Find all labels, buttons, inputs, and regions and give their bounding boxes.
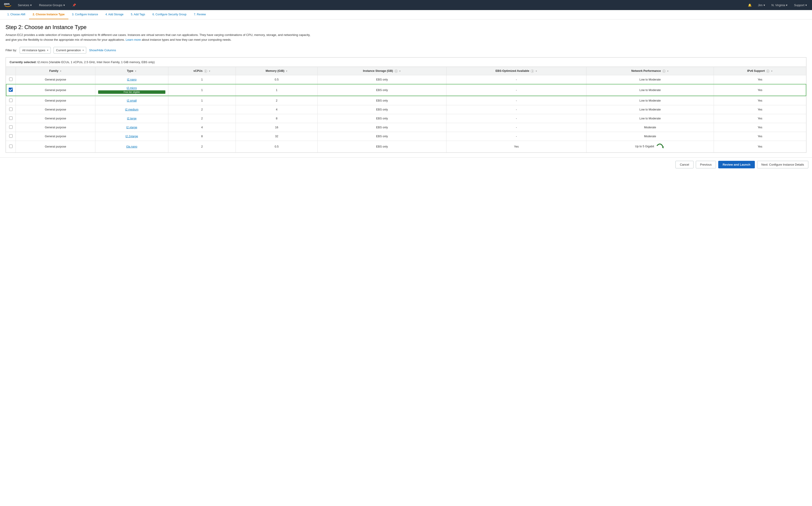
family-cell: General purpose — [16, 96, 95, 105]
info-icon[interactable]: i — [394, 70, 398, 73]
nav-right-area: 🔔 Jim ▾ N. Virginia ▾ Support ▾ — [746, 1, 809, 10]
vcpus-cell: 1 — [168, 75, 236, 84]
row-checkbox[interactable] — [9, 107, 13, 111]
vcpus-column-header: vCPUs i ▼ — [168, 67, 236, 75]
support-menu[interactable]: Support ▾ — [793, 1, 808, 10]
instance-type-link[interactable]: t3a.nano — [126, 145, 138, 148]
main-content: Step 2: Choose an Instance Type Amazon E… — [0, 19, 812, 157]
instance-types-dropdown[interactable]: All instance types ▾ — [20, 47, 51, 54]
table-row[interactable]: General purposet2.large28EBS only-Low to… — [6, 114, 806, 123]
instance-type-link[interactable]: t2.large — [127, 117, 137, 120]
info-icon[interactable]: i — [766, 70, 770, 73]
instance-storage-column-header: Instance Storage (GB) i ▼ — [318, 67, 446, 75]
selected-bar: Currently selected: t2.micro (Variable E… — [6, 58, 806, 67]
learn-more-link[interactable]: Learn more — [125, 38, 141, 41]
family-cell: General purpose — [16, 123, 95, 132]
next-configure-instance-button[interactable]: Next: Configure Instance Details — [757, 161, 808, 168]
ipv6-support-cell: Yes — [714, 132, 806, 141]
svg-text:aws: aws — [4, 2, 10, 5]
row-checkbox[interactable] — [9, 125, 13, 129]
instance-storage-cell: EBS only — [318, 141, 446, 152]
ipv6-support-cell: Yes — [714, 84, 806, 96]
family-cell: General purpose — [16, 75, 95, 84]
region-menu[interactable]: N. Virginia ▾ — [770, 1, 789, 10]
instance-type-link[interactable]: t2.nano — [127, 78, 137, 81]
table-row[interactable]: General purposet3a.nano20.5EBS onlyYesUp… — [6, 141, 806, 152]
selected-checkbox[interactable] — [9, 88, 13, 92]
info-icon[interactable]: i — [662, 70, 665, 73]
row-checkbox[interactable] — [9, 134, 13, 138]
memory-cell: 32 — [236, 132, 318, 141]
ebs-optimized-cell: - — [447, 114, 587, 123]
memory-column-header: Memory (GiB) ▼ — [236, 67, 318, 75]
resource-groups-menu[interactable]: Resource Groups ▾ — [38, 1, 66, 10]
top-navigation: aws Services ▾ Resource Groups ▾ 📌 🔔 Jim… — [0, 0, 812, 10]
info-icon[interactable]: i — [204, 70, 207, 73]
instance-type-link[interactable]: t2.small — [127, 99, 137, 102]
show-hide-columns-link[interactable]: Show/Hide Columns — [89, 49, 116, 52]
notifications-bell[interactable]: 🔔 — [746, 1, 753, 10]
row-checkbox[interactable] — [9, 99, 13, 102]
type-cell: t2.large — [95, 114, 168, 123]
row-checkbox-cell — [6, 132, 16, 141]
ipv6-support-cell: Yes — [714, 75, 806, 84]
instance-storage-cell: EBS only — [318, 75, 446, 84]
free-tier-badge: Free tier eligible — [98, 90, 165, 94]
family-cell: General purpose — [16, 84, 95, 96]
instance-type-link[interactable]: t2.micro — [127, 86, 137, 90]
tab-choose-instance-type[interactable]: 2. Choose Instance Type — [29, 10, 68, 19]
ipv6-support-column-header: IPv6 Support i ▼ — [714, 67, 806, 75]
info-icon[interactable]: i — [531, 70, 534, 73]
generation-dropdown[interactable]: Current generation ▾ — [54, 47, 86, 54]
type-cell: t2.2xlarge — [95, 132, 168, 141]
tab-configure-security-group[interactable]: 6. Configure Security Group — [149, 10, 190, 19]
chevron-down-icon: ▾ — [47, 49, 48, 52]
row-checkbox[interactable] — [9, 78, 13, 81]
row-checkbox-cell — [6, 96, 16, 105]
tab-review[interactable]: 7. Review — [190, 10, 209, 19]
services-menu[interactable]: Services ▾ — [16, 1, 33, 10]
tab-add-tags[interactable]: 5. Add Tags — [127, 10, 149, 19]
vcpus-cell: 1 — [168, 84, 236, 96]
instance-storage-cell: EBS only — [318, 132, 446, 141]
network-performance-cell: Low to Moderate — [586, 84, 714, 96]
instance-type-link[interactable]: t2.medium — [125, 108, 139, 111]
instance-type-table: Family ▼ Type ▼ vCPUs i ▼ Memory (GiB) ▼… — [6, 67, 806, 153]
table-row[interactable]: General purposet2.xlarge416EBS only-Mode… — [6, 123, 806, 132]
green-arrow-indicator — [656, 143, 665, 150]
table-header-row: Family ▼ Type ▼ vCPUs i ▼ Memory (GiB) ▼… — [6, 67, 806, 75]
pin-icon[interactable]: 📌 — [71, 1, 77, 10]
type-cell: t2.nano — [95, 75, 168, 84]
table-row[interactable]: General purposet2.medium24EBS only-Low t… — [6, 105, 806, 114]
instance-type-link[interactable]: t2.xlarge — [126, 126, 137, 129]
table-row[interactable]: General purposet2.2xlarge832EBS only-Mod… — [6, 132, 806, 141]
family-cell: General purpose — [16, 114, 95, 123]
family-cell: General purpose — [16, 141, 95, 152]
user-menu[interactable]: Jim ▾ — [757, 1, 766, 10]
tab-configure-instance[interactable]: 3. Configure Instance — [68, 10, 102, 19]
aws-logo[interactable]: aws — [4, 1, 12, 9]
page-description: Amazon EC2 provides a wide selection of … — [5, 33, 314, 42]
review-and-launch-button[interactable]: Review and Launch — [718, 161, 754, 168]
sort-icon: ▼ — [399, 70, 401, 72]
green-arrow-icon — [656, 143, 665, 150]
previous-button[interactable]: Previous — [696, 161, 716, 168]
instance-type-link[interactable]: t2.2xlarge — [125, 135, 138, 138]
tab-choose-ami[interactable]: 1. Choose AMI — [4, 10, 29, 19]
table-row[interactable]: General purposet2.small12EBS only-Low to… — [6, 96, 806, 105]
ipv6-support-cell: Yes — [714, 114, 806, 123]
row-checkbox[interactable] — [9, 116, 13, 120]
memory-cell: 16 — [236, 123, 318, 132]
instance-storage-cell: EBS only — [318, 84, 446, 96]
ipv6-support-cell: Yes — [714, 96, 806, 105]
instance-storage-cell: EBS only — [318, 114, 446, 123]
ebs-optimized-cell: - — [447, 105, 587, 114]
row-checkbox[interactable] — [9, 145, 13, 148]
cancel-button[interactable]: Cancel — [675, 161, 693, 168]
ebs-optimized-cell: - — [447, 84, 587, 96]
row-checkbox-cell — [6, 105, 16, 114]
table-row[interactable]: General purposet2.nano10.5EBS only-Low t… — [6, 75, 806, 84]
tab-add-storage[interactable]: 4. Add Storage — [102, 10, 127, 19]
vcpus-cell: 2 — [168, 114, 236, 123]
table-row[interactable]: General purposet2.microFree tier eligibl… — [6, 84, 806, 96]
